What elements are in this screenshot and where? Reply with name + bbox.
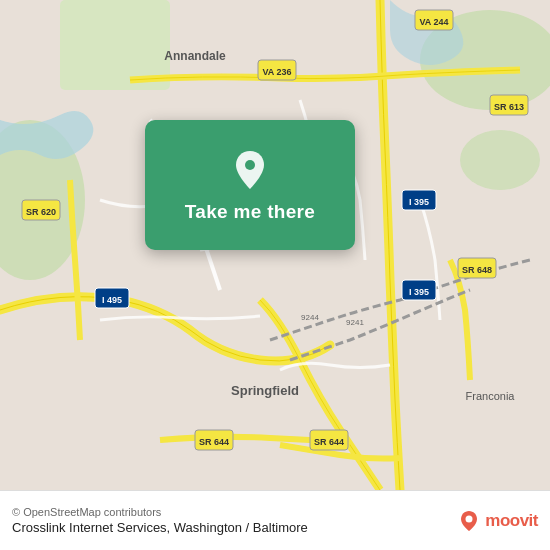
- bottom-info: © OpenStreetMap contributors Crosslink I…: [12, 506, 308, 535]
- moovit-pin-icon: [457, 509, 481, 533]
- svg-text:9244: 9244: [301, 313, 319, 322]
- location-card[interactable]: Take me there: [145, 120, 355, 250]
- svg-text:VA 236: VA 236: [262, 67, 291, 77]
- svg-point-4: [460, 130, 540, 190]
- svg-text:I 395: I 395: [409, 197, 429, 207]
- svg-point-31: [466, 515, 473, 522]
- svg-text:SR 644: SR 644: [199, 437, 229, 447]
- svg-text:Springfield: Springfield: [231, 383, 299, 398]
- svg-text:VA 244: VA 244: [419, 17, 448, 27]
- bottom-bar: © OpenStreetMap contributors Crosslink I…: [0, 490, 550, 550]
- svg-text:SR 648: SR 648: [462, 265, 492, 275]
- svg-text:SR 644: SR 644: [314, 437, 344, 447]
- moovit-label: moovit: [485, 511, 538, 531]
- place-name: Crosslink Internet Services, Washington …: [12, 520, 308, 535]
- svg-text:SR 613: SR 613: [494, 102, 524, 112]
- svg-text:Franconia: Franconia: [466, 390, 516, 402]
- svg-text:I 495: I 495: [102, 295, 122, 305]
- svg-text:SR 620: SR 620: [26, 207, 56, 217]
- svg-text:Annandale: Annandale: [164, 49, 226, 63]
- svg-text:I 395: I 395: [409, 287, 429, 297]
- svg-point-30: [245, 160, 255, 170]
- take-me-there-button[interactable]: Take me there: [185, 201, 315, 223]
- osm-credit: © OpenStreetMap contributors: [12, 506, 308, 518]
- svg-text:9241: 9241: [346, 318, 364, 327]
- location-pin-icon: [228, 147, 272, 191]
- moovit-logo: moovit: [457, 509, 538, 533]
- map-container: VA 244 VA 236 SR 613 SR 620 I 395 I 395 …: [0, 0, 550, 490]
